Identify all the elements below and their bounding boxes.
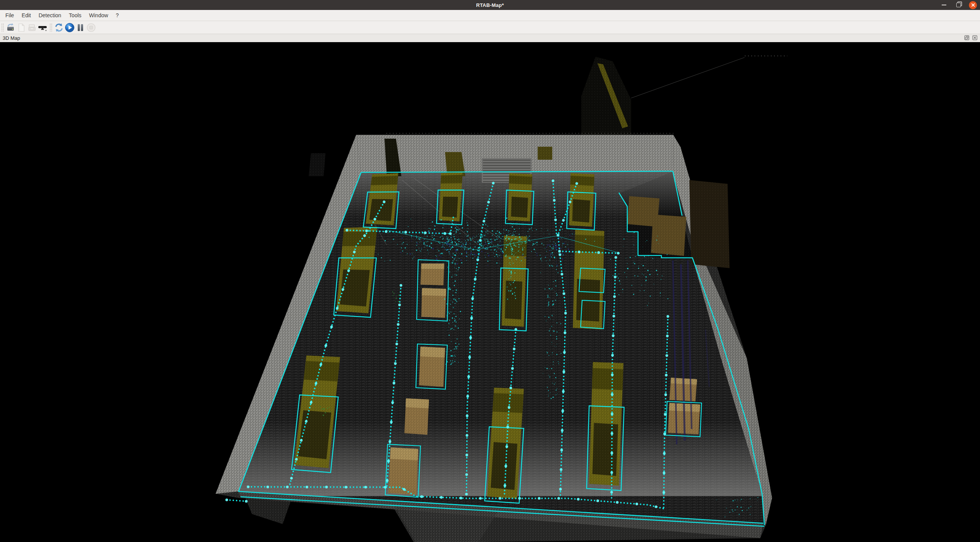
noise-point — [563, 243, 564, 244]
titlebar[interactable]: RTAB-Map* — [0, 0, 980, 10]
noise-point — [499, 255, 500, 256]
noise-point — [468, 229, 468, 229]
play-button[interactable] — [64, 22, 75, 33]
noise-point — [448, 239, 450, 240]
noise-point — [648, 255, 649, 256]
new-database-button[interactable] — [16, 22, 27, 33]
toolbar-grip-icon[interactable] — [49, 23, 52, 32]
noise-point — [439, 255, 440, 255]
noise-point — [453, 324, 454, 325]
noise-point — [551, 368, 552, 369]
noise-point — [459, 301, 460, 301]
noise-point — [514, 245, 514, 246]
noise-point — [550, 246, 550, 247]
noise-point — [644, 256, 645, 257]
noise-point — [540, 259, 542, 260]
noise-point — [515, 287, 516, 288]
menu-item-[interactable]: ? — [112, 10, 123, 21]
noise-point — [553, 244, 553, 244]
noise-point — [642, 273, 643, 274]
menu-item-window[interactable]: Window — [85, 10, 112, 21]
noise-point — [466, 221, 467, 221]
noise-point — [551, 326, 552, 327]
noise-point — [521, 260, 522, 261]
noise-point — [545, 257, 546, 258]
refresh-button[interactable] — [54, 22, 64, 33]
noise-point — [502, 253, 504, 254]
noise-point — [456, 263, 458, 264]
menu-item-detection[interactable]: Detection — [35, 10, 65, 21]
noise-point — [545, 248, 546, 249]
noise-point — [467, 225, 468, 226]
noise-point — [454, 355, 455, 356]
kinect-source-button[interactable] — [38, 22, 48, 33]
noise-point — [535, 243, 536, 244]
noise-point — [643, 265, 644, 266]
menu-item-tools[interactable]: Tools — [65, 10, 85, 21]
noise-point — [550, 241, 550, 241]
noise-point — [552, 316, 553, 316]
noise-point — [476, 236, 477, 236]
noise-point — [435, 242, 436, 242]
noise-point — [497, 244, 499, 245]
noise-point — [497, 255, 497, 255]
noise-point — [477, 250, 478, 251]
minimize-button[interactable] — [940, 1, 948, 9]
noise-point — [517, 257, 519, 258]
noise-point — [518, 244, 519, 245]
noise-point — [520, 252, 521, 253]
noise-point — [510, 234, 511, 234]
export-button[interactable] — [27, 22, 38, 33]
3d-map-viewport[interactable] — [0, 43, 980, 542]
noise-point — [638, 266, 638, 266]
noise-point — [470, 243, 471, 244]
noise-point — [543, 245, 544, 246]
noise-point — [446, 351, 446, 352]
noise-point — [481, 244, 482, 245]
noise-point — [500, 241, 501, 241]
noise-point — [453, 349, 453, 350]
menu-item-edit[interactable]: Edit — [18, 10, 35, 21]
dock-float-button[interactable] — [964, 35, 970, 41]
noise-point — [556, 346, 556, 347]
noise-point — [420, 241, 421, 242]
noise-point — [424, 239, 425, 240]
noise-point — [453, 261, 454, 261]
noise-point — [542, 244, 542, 244]
noise-point — [509, 262, 510, 263]
close-button[interactable] — [969, 1, 977, 9]
pause-button[interactable] — [75, 22, 86, 33]
open-database-icon — [6, 23, 15, 32]
noise-point — [510, 276, 512, 277]
noise-point — [556, 390, 557, 391]
toolbar-grip-icon[interactable] — [1, 23, 4, 32]
noise-point — [461, 245, 462, 245]
stop-icon — [87, 23, 96, 32]
noise-point — [411, 236, 412, 237]
noise-point — [438, 251, 440, 252]
stop-button[interactable] — [86, 22, 97, 33]
noise-point — [556, 269, 557, 270]
noise-point — [540, 272, 541, 273]
noise-point — [449, 287, 450, 288]
noise-point — [512, 273, 512, 273]
noise-point — [553, 364, 554, 365]
noise-point — [450, 249, 451, 250]
dock-close-button[interactable] — [972, 35, 978, 41]
noise-point — [435, 233, 436, 234]
noise-point — [442, 236, 443, 236]
open-database-button[interactable] — [5, 22, 16, 33]
noise-point — [485, 235, 486, 236]
noise-point — [451, 256, 452, 257]
noise-point — [455, 361, 455, 362]
noise-point — [453, 358, 454, 359]
noise-point — [519, 247, 519, 247]
noise-point — [555, 383, 556, 383]
noise-point — [568, 249, 569, 250]
restore-button[interactable] — [954, 1, 963, 9]
noise-point — [503, 248, 504, 249]
noise-point — [510, 271, 512, 272]
noise-point — [453, 254, 453, 254]
noise-point — [449, 253, 449, 254]
menu-item-file[interactable]: File — [2, 10, 18, 21]
